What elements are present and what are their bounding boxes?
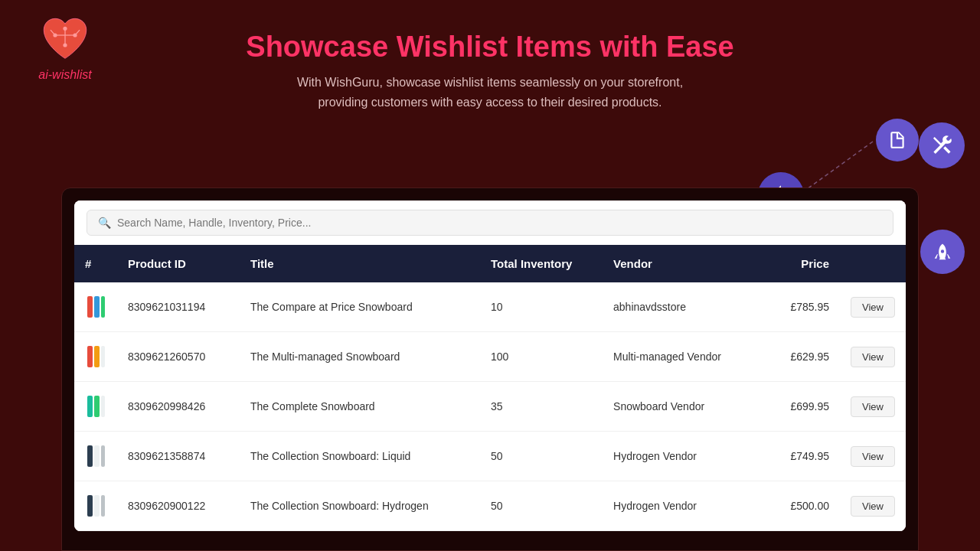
products-table: # Product ID Title Total Inventory Vendo… xyxy=(74,245,906,531)
main-card: 🔍 # Product ID Title Total Inventory Ven… xyxy=(61,187,919,551)
product-thumbnail xyxy=(85,442,106,470)
cell-price: £749.95 xyxy=(756,432,840,481)
search-input-wrap[interactable]: 🔍 xyxy=(87,210,893,236)
product-thumbnail xyxy=(85,293,106,321)
table-row: 8309620998426 The Complete Snowboard 35 … xyxy=(74,382,906,432)
svg-line-8 xyxy=(804,142,873,191)
col-price: Price xyxy=(756,245,840,282)
cell-product-id: 8309621358874 xyxy=(117,432,240,481)
view-button[interactable]: View xyxy=(851,446,895,467)
cell-action: View xyxy=(840,481,906,531)
table-header: # Product ID Title Total Inventory Vendo… xyxy=(74,245,906,282)
doc-icon[interactable] xyxy=(876,119,919,161)
cell-price: £500.00 xyxy=(756,481,840,531)
col-action xyxy=(840,245,906,282)
cell-num xyxy=(74,332,117,382)
cell-action: View xyxy=(840,432,906,481)
cell-num xyxy=(74,481,117,531)
cell-product-id: 8309620900122 xyxy=(117,481,240,531)
product-thumbnail xyxy=(85,343,106,370)
cell-inventory: 50 xyxy=(480,481,603,531)
cell-vendor: abhinavdsstore xyxy=(603,282,756,332)
cell-product-id: 8309621031194 xyxy=(117,282,240,332)
cell-title: The Multi-managed Snowboard xyxy=(240,332,480,382)
cell-price: £699.95 xyxy=(756,382,840,432)
cell-vendor: Hydrogen Vendor xyxy=(603,481,756,531)
rocket-icon[interactable] xyxy=(920,230,965,274)
cell-inventory: 100 xyxy=(480,332,603,382)
table-row: 8309621358874 The Collection Snowboard: … xyxy=(74,432,906,481)
inner-card: 🔍 # Product ID Title Total Inventory Ven… xyxy=(74,201,906,531)
table-row: 8309620900122 The Collection Snowboard: … xyxy=(74,481,906,531)
cell-title: The Collection Snowboard: Liquid xyxy=(240,432,480,481)
col-hash: # xyxy=(74,245,117,282)
table-row: 8309621031194 The Compare at Price Snowb… xyxy=(74,282,906,332)
cell-action: View xyxy=(840,282,906,332)
view-button[interactable]: View xyxy=(851,297,895,318)
view-button[interactable]: View xyxy=(851,496,895,517)
product-thumbnail xyxy=(85,393,106,420)
hero-section: Showcase Wishlist Items with Ease With W… xyxy=(0,0,980,112)
wrench-icon[interactable] xyxy=(919,122,965,168)
cell-price: £629.95 xyxy=(756,332,840,382)
search-icon: 🔍 xyxy=(98,217,111,229)
cell-vendor: Hydrogen Vendor xyxy=(603,432,756,481)
col-inventory: Total Inventory xyxy=(480,245,603,282)
cell-action: View xyxy=(840,332,906,382)
hero-subtitle: With WishGuru, showcase wishlist items s… xyxy=(297,73,683,112)
product-thumbnail xyxy=(85,492,106,520)
view-button[interactable]: View xyxy=(851,396,895,417)
cell-action: View xyxy=(840,382,906,432)
col-title: Title xyxy=(240,245,480,282)
col-vendor: Vendor xyxy=(603,245,756,282)
cell-title: The Compare at Price Snowboard xyxy=(240,282,480,332)
cell-product-id: 8309620998426 xyxy=(117,382,240,432)
cell-title: The Collection Snowboard: Hydrogen xyxy=(240,481,480,531)
cell-num xyxy=(74,282,117,332)
table-row: 8309621260570 The Multi-managed Snowboar… xyxy=(74,332,906,382)
search-input[interactable] xyxy=(117,217,882,229)
view-button[interactable]: View xyxy=(851,347,895,367)
cell-product-id: 8309621260570 xyxy=(117,332,240,382)
cell-vendor: Multi-managed Vendor xyxy=(603,332,756,382)
cell-inventory: 50 xyxy=(480,432,603,481)
cell-vendor: Snowboard Vendor xyxy=(603,382,756,432)
cell-price: £785.95 xyxy=(756,282,840,332)
table: # Product ID Title Total Inventory Vendo… xyxy=(74,245,906,531)
cell-title: The Complete Snowboard xyxy=(240,382,480,432)
cell-num xyxy=(74,382,117,432)
col-product-id: Product ID xyxy=(117,245,240,282)
cell-num xyxy=(74,432,117,481)
hero-title: Showcase Wishlist Items with Ease xyxy=(246,31,733,64)
cell-inventory: 35 xyxy=(480,382,603,432)
search-bar: 🔍 xyxy=(74,201,906,245)
table-body: 8309621031194 The Compare at Price Snowb… xyxy=(74,282,906,531)
cell-inventory: 10 xyxy=(480,282,603,332)
